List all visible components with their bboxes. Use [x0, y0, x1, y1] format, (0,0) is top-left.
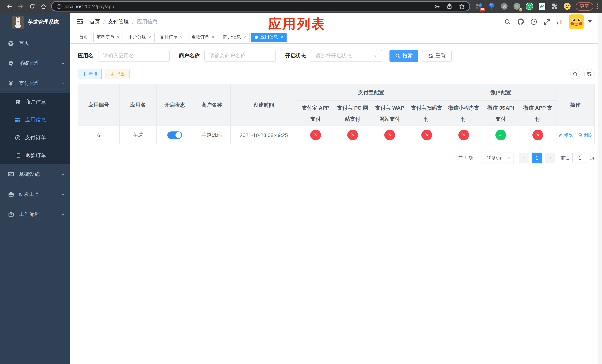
back-icon[interactable]: [4, 0, 15, 13]
col-header-alipay-qr: 支付宝扫码支付: [408, 101, 445, 126]
tag-refund-orders[interactable]: 退款订单✕: [188, 32, 218, 42]
chevron-down-icon: [506, 156, 511, 160]
table-search-toggle-button[interactable]: [570, 69, 580, 79]
chevron-down-icon: [61, 212, 65, 217]
chevron-up-icon: [61, 81, 65, 86]
breadcrumb: 首页 / 支付管理 / 应用信息: [90, 18, 158, 25]
sidebar-item-payment-orders[interactable]: 支付订单: [0, 129, 70, 147]
cell-wechat-app: [519, 126, 556, 144]
page-size-select[interactable]: 10条/页: [478, 152, 514, 163]
browser-chrome: localhost:1024/pay/app 10 ⌘ 1 V 更新: [0, 0, 602, 13]
breadcrumb-home[interactable]: 首页: [90, 18, 100, 25]
status-cross-icon: [384, 130, 395, 140]
filter-form: 应用名 请输入应用名 商户名称 请输入商户名称 开启状态 请选择开启状态 搜索 …: [78, 50, 595, 62]
extension-balloon-icon[interactable]: [488, 2, 496, 10]
sidebar-item-refund-orders[interactable]: 退款订单: [0, 147, 70, 164]
update-button[interactable]: 更新: [576, 2, 593, 11]
toolbar: 新增 导出: [78, 69, 595, 79]
reset-button[interactable]: 重置: [422, 50, 452, 62]
tag-app-info[interactable]: 应用信息✕: [251, 32, 287, 42]
search-icon[interactable]: [504, 18, 511, 25]
edit-link[interactable]: 修改: [558, 132, 573, 138]
shop-icon: [15, 99, 21, 105]
svg-text:V: V: [528, 4, 531, 9]
forward-icon[interactable]: [15, 0, 26, 13]
profile-emoji-icon[interactable]: [563, 2, 571, 10]
sidebar-item-workflow[interactable]: 工作流程: [0, 204, 70, 225]
page-scrollbar[interactable]: [598, 13, 602, 364]
goto-page-input[interactable]: 1: [572, 152, 587, 163]
caret-down-icon[interactable]: [588, 20, 592, 23]
prev-page-button[interactable]: [519, 152, 529, 163]
password-key-icon[interactable]: [434, 3, 440, 10]
extension-diamond-icon[interactable]: 10: [475, 2, 483, 10]
tag-process-form[interactable]: 流程表单✕: [93, 32, 123, 42]
sidebar-item-payment[interactable]: ¥ 支付管理: [0, 73, 70, 93]
sidebar-collapse-icon[interactable]: [76, 18, 83, 25]
status-cross-icon: [347, 130, 358, 140]
status-cross-icon: [310, 130, 321, 140]
close-icon[interactable]: ✕: [180, 35, 183, 39]
sidebar-item-merchant-info[interactable]: 商户信息: [0, 93, 70, 111]
tag-merchant-info[interactable]: 商户信息✕: [220, 32, 249, 42]
bookmark-star-icon[interactable]: [459, 3, 465, 10]
app-name-input[interactable]: 请输入应用名: [98, 50, 170, 62]
next-page-button[interactable]: [545, 152, 555, 163]
delete-link[interactable]: 删除: [578, 132, 592, 138]
home-icon[interactable]: [38, 0, 49, 13]
site-info-icon[interactable]: [56, 3, 62, 9]
close-icon[interactable]: ✕: [117, 35, 120, 39]
current-page-button[interactable]: 1: [532, 152, 542, 163]
sidebar-item-system[interactable]: 系统管理: [0, 53, 70, 73]
tags-view-bar: 首页 流程表单✕ 用户分组✕ 支付订单✕ 退款订单✕ 商户信息✕ 应用信息✕: [70, 31, 602, 44]
cell-actions: 修改 删除: [556, 126, 594, 144]
tag-user-group[interactable]: 用户分组✕: [125, 32, 155, 42]
merchant-name-input[interactable]: 请输入商户名称: [204, 50, 276, 62]
pagination: 共 1 条 10条/页 1 前往 1 页: [78, 152, 595, 163]
close-icon[interactable]: ✕: [211, 35, 215, 39]
status-cross-icon: [458, 130, 469, 140]
sidebar-item-app-info[interactable]: 应用信息: [0, 111, 70, 129]
cell-alipay-qr: [408, 126, 445, 144]
export-button[interactable]: 导出: [106, 69, 129, 79]
tag-home[interactable]: 首页: [76, 32, 91, 42]
breadcrumb-payment[interactable]: 支付管理: [108, 18, 129, 25]
close-icon[interactable]: ✕: [148, 35, 151, 39]
grid-table-icon: [15, 117, 21, 123]
sidebar-item-infra[interactable]: 基础设施: [0, 164, 70, 184]
status-toggle[interactable]: [167, 131, 182, 139]
col-header-merchant: 商户名称: [193, 84, 230, 126]
github-icon[interactable]: [517, 18, 524, 25]
status-select[interactable]: 请选择开启状态: [311, 50, 382, 62]
payment-submenu: 商户信息 应用信息 支付订单 退款订单: [0, 93, 70, 164]
extensions-puzzle-icon[interactable]: [550, 2, 559, 10]
user-avatar[interactable]: [569, 14, 584, 29]
sidebar-item-label: 退款订单: [25, 152, 46, 159]
extension-command-icon[interactable]: ⌘: [500, 2, 508, 10]
app-table: 应用编号 应用名 开启状态 商户名称 创建时间 支付宝配置 微信配置 操作 支付…: [78, 84, 595, 144]
extension-chart-icon[interactable]: [538, 2, 546, 10]
search-button[interactable]: 搜索: [389, 50, 418, 62]
close-icon[interactable]: ✕: [243, 35, 246, 39]
sidebar-item-home[interactable]: 首页: [0, 33, 70, 53]
col-header-wechat-app: 微信 APP 支付: [519, 101, 556, 126]
add-button[interactable]: 新增: [78, 69, 102, 79]
extension-vue-devtools-icon[interactable]: V: [525, 2, 534, 10]
fullscreen-icon[interactable]: [544, 18, 550, 25]
help-icon[interactable]: ?: [531, 18, 537, 25]
reload-icon[interactable]: [26, 0, 38, 13]
tag-payment-orders[interactable]: 支付订单✕: [157, 32, 186, 42]
documents-icon: [15, 153, 21, 158]
share-icon[interactable]: [447, 3, 452, 9]
url-bar[interactable]: localhost:1024/pay/app: [51, 1, 470, 11]
extension-recorder-icon[interactable]: 1: [513, 2, 521, 10]
app-logo-row[interactable]: 芋道管理系统: [0, 13, 70, 32]
table-refresh-button[interactable]: [584, 69, 595, 79]
sidebar-item-dev-tools[interactable]: 研发工具: [0, 184, 70, 204]
svg-text:?: ?: [533, 20, 535, 24]
browser-menu-icon[interactable]: [596, 3, 598, 10]
chevron-down-icon: [61, 61, 65, 65]
font-size-icon[interactable]: TT: [557, 18, 563, 25]
close-icon[interactable]: ✕: [280, 35, 283, 39]
app-title: 芋道管理系统: [28, 19, 59, 26]
